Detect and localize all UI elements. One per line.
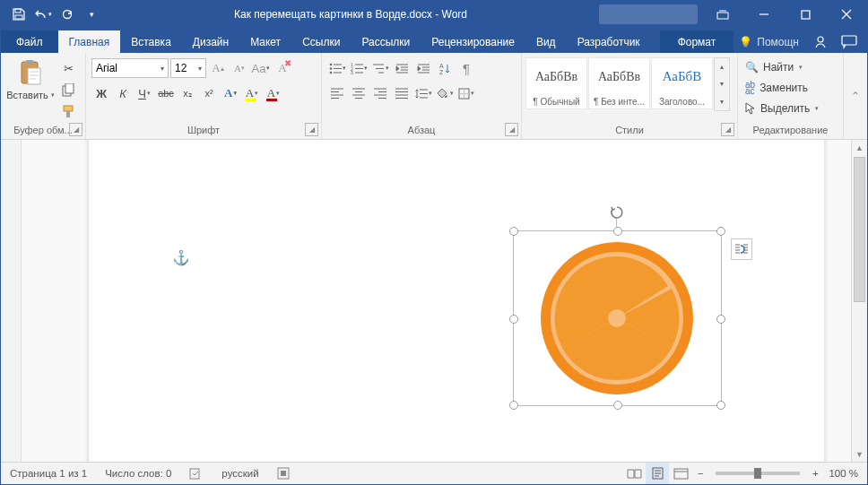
line-spacing-icon[interactable]: ▾: [413, 83, 433, 103]
tab-insert[interactable]: Вставка: [120, 30, 182, 53]
subscript-button[interactable]: x₂: [178, 83, 197, 103]
vertical-scrollbar[interactable]: ▲ ▼: [851, 140, 867, 462]
zoom-slider[interactable]: [716, 472, 800, 475]
paste-button[interactable]: Вставить▾: [6, 56, 55, 100]
tab-view[interactable]: Вид: [525, 30, 567, 53]
italic-button[interactable]: К: [113, 83, 133, 103]
align-right-icon[interactable]: [370, 83, 390, 103]
shrink-font-icon[interactable]: A▾: [230, 58, 249, 78]
scroll-down-icon[interactable]: ▼: [852, 446, 867, 462]
handle-t[interactable]: [613, 227, 622, 236]
style-no-spacing[interactable]: АаБбВв¶ Без инте...: [588, 57, 650, 109]
layout-options-icon[interactable]: [731, 238, 752, 260]
scroll-up-icon[interactable]: ▲: [852, 140, 867, 155]
copy-icon[interactable]: [58, 80, 78, 100]
format-painter-icon[interactable]: [58, 101, 78, 121]
status-words[interactable]: Число слов: 0: [96, 463, 180, 484]
status-language[interactable]: русский: [213, 463, 267, 484]
font-launcher[interactable]: ◢: [305, 123, 318, 136]
font-size-combo[interactable]: 12▾: [170, 58, 206, 78]
collapse-ribbon-icon[interactable]: ⌃: [843, 53, 867, 139]
handle-tr[interactable]: [716, 227, 725, 236]
underline-button[interactable]: Ч▾: [135, 83, 154, 103]
pilcrow-icon[interactable]: ¶: [456, 58, 476, 78]
minimize-icon[interactable]: [743, 1, 785, 28]
maximize-icon[interactable]: [785, 1, 826, 28]
handle-br[interactable]: [716, 401, 725, 410]
scroll-thumb[interactable]: [854, 157, 865, 302]
tab-mailings[interactable]: Рассылки: [351, 30, 421, 53]
handle-l[interactable]: [509, 315, 518, 324]
bullets-icon[interactable]: ▾: [327, 58, 347, 78]
shading-icon[interactable]: ▾: [435, 83, 455, 103]
borders-icon[interactable]: ▾: [456, 83, 476, 103]
clipboard-launcher[interactable]: ◢: [69, 123, 82, 136]
close-icon[interactable]: [826, 1, 867, 28]
status-proofing-icon[interactable]: [180, 463, 213, 484]
tab-review[interactable]: Рецензирование: [421, 30, 525, 53]
view-web-icon[interactable]: [669, 463, 692, 484]
tab-home[interactable]: Главная: [58, 30, 121, 53]
handle-b[interactable]: [613, 401, 622, 410]
view-print-icon[interactable]: [646, 463, 669, 484]
select-button[interactable]: Выделить▾: [743, 99, 820, 118]
cut-icon[interactable]: ✂: [58, 58, 78, 78]
rotate-handle-icon[interactable]: [609, 204, 623, 219]
justify-icon[interactable]: [392, 83, 412, 103]
styles-launcher[interactable]: ◢: [721, 123, 734, 136]
superscript-button[interactable]: x²: [199, 83, 219, 103]
share-icon[interactable]: [808, 31, 833, 53]
tab-file[interactable]: Файл: [1, 30, 58, 53]
account-button[interactable]: [599, 4, 698, 24]
grow-font-icon[interactable]: A▴: [208, 58, 228, 78]
status-page[interactable]: Страница 1 из 1: [1, 463, 96, 484]
zoom-thumb[interactable]: [754, 468, 761, 479]
highlight-button[interactable]: A▾: [242, 83, 262, 103]
redo-icon[interactable]: [56, 4, 78, 25]
style-normal[interactable]: АаБбВв¶ Обычный: [525, 57, 587, 109]
replace-button[interactable]: abacЗаменить: [743, 78, 810, 98]
zoom-in-button[interactable]: +: [807, 468, 823, 479]
tell-me-button[interactable]: 💡 Помощн: [733, 32, 804, 52]
clear-format-icon[interactable]: A✖: [273, 58, 292, 78]
paragraph-launcher[interactable]: ◢: [505, 123, 518, 136]
handle-bl[interactable]: [509, 401, 518, 410]
ribbon-options-icon[interactable]: [702, 1, 743, 28]
tab-references[interactable]: Ссылки: [291, 30, 351, 53]
bold-button[interactable]: Ж: [91, 83, 111, 103]
find-button[interactable]: 🔍Найти▾: [743, 57, 804, 77]
multilevel-icon[interactable]: ▾: [370, 58, 390, 78]
qat-customize-icon[interactable]: ▾: [81, 4, 102, 25]
picture-selection[interactable]: [513, 230, 722, 406]
zoom-level[interactable]: 100 %: [823, 468, 867, 479]
tab-format[interactable]: Формат: [660, 30, 734, 53]
handle-r[interactable]: [716, 315, 725, 324]
change-case-icon[interactable]: Aa▾: [251, 58, 271, 78]
font-name-combo[interactable]: Arial▾: [91, 58, 169, 78]
align-left-icon[interactable]: [327, 83, 347, 103]
increase-indent-icon[interactable]: [413, 58, 433, 78]
view-read-icon[interactable]: [622, 463, 646, 484]
tab-layout[interactable]: Макет: [239, 30, 291, 53]
styles-more[interactable]: ▴▾▾: [714, 57, 730, 111]
vertical-ruler[interactable]: [1, 140, 22, 462]
zoom-out-button[interactable]: −: [692, 468, 708, 479]
text-effects-icon[interactable]: A▾: [221, 83, 240, 103]
decrease-indent-icon[interactable]: [392, 58, 412, 78]
strike-button[interactable]: abc: [156, 83, 176, 103]
undo-icon[interactable]: ▾: [32, 4, 54, 25]
sort-icon[interactable]: AZ: [435, 58, 455, 78]
save-icon[interactable]: [8, 4, 30, 25]
page[interactable]: ⚓: [89, 140, 824, 462]
numbering-icon[interactable]: 123▾: [349, 58, 369, 78]
tab-design[interactable]: Дизайн: [182, 30, 239, 53]
comments-icon[interactable]: [837, 31, 862, 53]
document-area[interactable]: ⚓: [22, 140, 851, 462]
status-macro-icon[interactable]: [268, 463, 299, 484]
handle-tl[interactable]: [509, 227, 518, 236]
align-center-icon[interactable]: [349, 83, 369, 103]
anchor-icon[interactable]: ⚓: [172, 249, 190, 266]
font-color-button[interactable]: A▾: [264, 83, 283, 103]
tab-developer[interactable]: Разработчик: [567, 30, 651, 53]
style-heading[interactable]: АаБбВЗаголово...: [651, 57, 713, 109]
